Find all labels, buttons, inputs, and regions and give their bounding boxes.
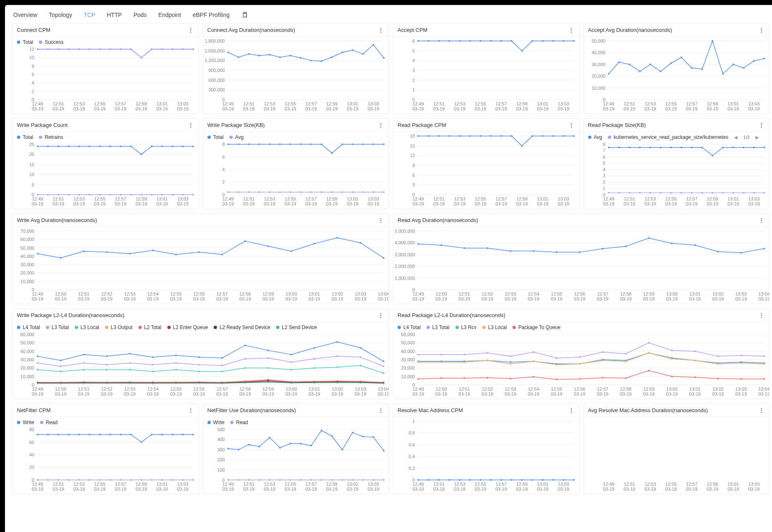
legend-item[interactable]: L2 Enter Queue bbox=[167, 324, 208, 330]
svg-text:200: 200 bbox=[217, 457, 224, 462]
svg-point-773 bbox=[182, 479, 183, 481]
legend-item[interactable]: Write bbox=[207, 420, 225, 425]
svg-point-804 bbox=[320, 430, 322, 432]
legend-item[interactable]: Read bbox=[40, 420, 58, 425]
legend-item[interactable]: L3 Local bbox=[75, 324, 99, 330]
svg-text:12:5103-19: 12:5103-19 bbox=[433, 196, 445, 206]
legend-item[interactable]: L4 Total bbox=[17, 324, 40, 330]
legend-item[interactable]: Avg bbox=[588, 134, 602, 140]
svg-point-240 bbox=[258, 143, 260, 145]
more-icon[interactable]: ⋮ bbox=[568, 27, 575, 33]
svg-point-807 bbox=[352, 432, 353, 433]
panel-title: Write Avg Duration(nanoseconds) bbox=[17, 217, 97, 223]
chart-plot: 010,00020,00030,00040,00050,00012:4903-1… bbox=[584, 37, 770, 114]
legend-item[interactable]: L2 Total bbox=[138, 324, 162, 330]
svg-text:3,000,000: 3,000,000 bbox=[395, 252, 415, 257]
more-icon[interactable]: ⋮ bbox=[568, 122, 575, 128]
tab-pods[interactable]: Pods bbox=[133, 11, 147, 19]
svg-text:0.2: 0.2 bbox=[409, 466, 415, 471]
legend-item[interactable]: Success bbox=[39, 39, 63, 45]
svg-point-197 bbox=[141, 153, 142, 155]
svg-text:12:4903-19: 12:4903-19 bbox=[32, 482, 43, 491]
legend-item[interactable]: Write bbox=[17, 420, 34, 425]
svg-point-508 bbox=[152, 364, 154, 365]
more-icon[interactable]: ⋮ bbox=[377, 27, 384, 33]
legend-next-icon[interactable]: ▶ bbox=[755, 135, 759, 140]
svg-point-744 bbox=[47, 434, 49, 435]
legend-item[interactable]: Avg bbox=[229, 134, 243, 140]
svg-point-813 bbox=[248, 479, 250, 481]
svg-text:12:5103-19: 12:5103-19 bbox=[52, 101, 64, 111]
more-icon[interactable]: ⋮ bbox=[377, 217, 384, 223]
legend-item[interactable]: kubernetes_service_read_package_size/kub… bbox=[608, 134, 729, 140]
svg-point-401 bbox=[129, 253, 131, 255]
svg-point-248 bbox=[341, 143, 343, 145]
legend-item[interactable]: L3 Total bbox=[427, 324, 450, 330]
legend-item[interactable]: Total bbox=[17, 39, 33, 45]
svg-point-670 bbox=[625, 353, 627, 355]
svg-point-412 bbox=[383, 257, 384, 259]
legend-item[interactable]: L3 Rcv bbox=[455, 324, 477, 330]
svg-point-702 bbox=[625, 360, 627, 362]
legend-item[interactable]: L2 Send Device bbox=[276, 324, 317, 330]
svg-point-526 bbox=[198, 370, 200, 372]
more-icon[interactable]: ⋮ bbox=[377, 122, 384, 128]
more-icon[interactable]: ⋮ bbox=[758, 122, 765, 128]
legend-item[interactable]: Package To Queue bbox=[512, 324, 560, 330]
svg-text:80: 80 bbox=[29, 427, 34, 432]
svg-text:13:0103-19: 13:0103-19 bbox=[537, 196, 548, 206]
svg-point-403 bbox=[175, 254, 177, 255]
legend-swatch bbox=[40, 421, 43, 424]
legend-item[interactable]: Total bbox=[207, 134, 224, 140]
tab-overview[interactable]: Overview bbox=[13, 11, 37, 19]
svg-point-45 bbox=[99, 48, 101, 50]
more-icon[interactable]: ⋮ bbox=[758, 27, 765, 33]
more-icon[interactable]: ⋮ bbox=[568, 407, 575, 413]
more-icon[interactable]: ⋮ bbox=[377, 407, 384, 413]
svg-text:12:5103-19: 12:5103-19 bbox=[78, 291, 90, 301]
legend-item[interactable]: Total bbox=[17, 134, 33, 140]
svg-point-264 bbox=[341, 191, 343, 193]
more-icon[interactable]: ⋮ bbox=[187, 27, 194, 33]
more-icon[interactable]: ⋮ bbox=[758, 217, 765, 223]
svg-text:12:4903-19: 12:4903-19 bbox=[32, 291, 43, 301]
tab-endpoint[interactable]: Endpoint bbox=[158, 11, 181, 19]
svg-point-397 bbox=[37, 253, 38, 255]
more-icon[interactable]: ⋮ bbox=[377, 312, 384, 318]
svg-text:1: 1 bbox=[412, 87, 415, 92]
legend-label: Success bbox=[45, 39, 63, 45]
svg-point-743 bbox=[37, 434, 38, 435]
svg-point-722 bbox=[717, 378, 719, 379]
svg-point-530 bbox=[291, 369, 292, 370]
more-icon[interactable]: ⋮ bbox=[758, 407, 765, 413]
svg-point-303 bbox=[542, 135, 543, 137]
svg-text:20,000: 20,000 bbox=[20, 270, 34, 275]
svg-point-355 bbox=[670, 192, 672, 193]
legend-item[interactable]: L3 Output bbox=[105, 324, 133, 330]
legend-item[interactable]: L2 Ready Send Device bbox=[214, 324, 270, 330]
legend-item[interactable]: L3 Local bbox=[482, 324, 507, 330]
tab-ebpf[interactable]: eBPF Profiling bbox=[193, 11, 229, 19]
legend-item[interactable]: Read bbox=[230, 420, 248, 425]
legend-item[interactable]: Retrains bbox=[39, 134, 63, 140]
tab-http[interactable]: HTTP bbox=[107, 11, 122, 19]
more-icon[interactable]: ⋮ bbox=[187, 122, 194, 128]
more-icon[interactable]: ⋮ bbox=[758, 312, 765, 318]
svg-point-406 bbox=[244, 240, 246, 242]
svg-point-798 bbox=[258, 446, 260, 448]
svg-point-756 bbox=[172, 434, 173, 435]
svg-point-750 bbox=[110, 434, 111, 435]
svg-point-200 bbox=[172, 146, 173, 147]
legend-label: Total bbox=[23, 134, 33, 140]
svg-point-213 bbox=[141, 194, 142, 196]
legend-item[interactable]: L3 Total bbox=[46, 324, 69, 330]
svg-point-333 bbox=[608, 147, 609, 148]
tab-topology[interactable]: Topology bbox=[49, 11, 72, 19]
more-icon[interactable]: ⋮ bbox=[187, 407, 194, 413]
legend-label: Total bbox=[213, 134, 224, 140]
legend-swatch bbox=[17, 421, 20, 424]
copy-icon[interactable] bbox=[241, 12, 248, 18]
legend-prev-icon[interactable]: ◀ bbox=[734, 135, 737, 140]
legend-item[interactable]: L4 Total bbox=[398, 324, 421, 330]
tab-tcp[interactable]: TCP bbox=[83, 11, 95, 19]
